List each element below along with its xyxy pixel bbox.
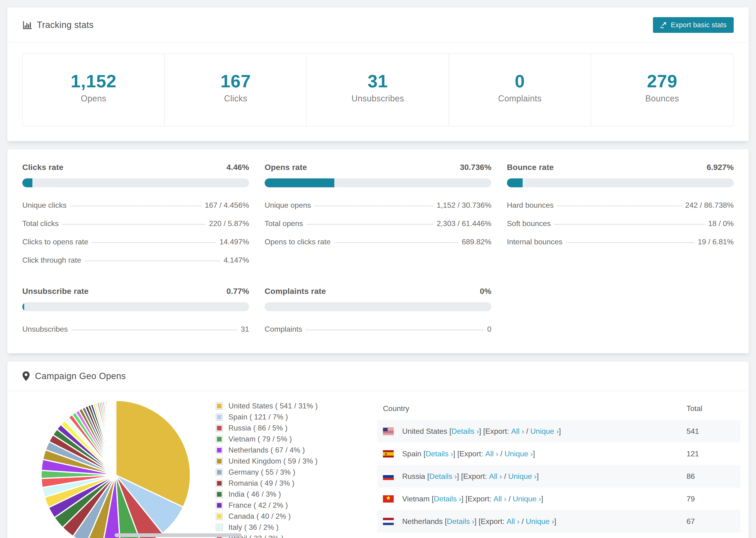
campaign-geo-opens-card: Campaign Geo Opens United States ( 541 /… — [7, 361, 749, 538]
clicks-rate-panel: Clicks rate 4.46% Unique clicks167 / 4.4… — [22, 163, 249, 268]
legend-label: United States ( 541 / 31% ) — [229, 402, 318, 410]
rate-row-value: 167 / 4.456% — [205, 201, 249, 210]
legend-item: India ( 46 / 3% ) — [216, 490, 368, 499]
all-link[interactable]: All › — [494, 495, 507, 503]
complaints-rate-title: Complaints rate — [265, 287, 326, 296]
rate-row: Total opens2,303 / 61.446% — [265, 216, 491, 231]
details-link[interactable]: Details › — [429, 472, 457, 481]
rate-row-label: Soft bounces — [507, 219, 551, 228]
flag-ru — [383, 473, 394, 480]
rate-row: Unsubscribes31 — [22, 322, 249, 337]
rate-row-label: Unique clicks — [22, 201, 67, 210]
flag-us — [383, 428, 394, 435]
page: { "colors": { "accent_teal": "#16869E", … — [0, 0, 756, 538]
unsubscribe-rate-bar-fill — [22, 302, 24, 311]
clicks-rate-title: Clicks rate — [22, 163, 63, 172]
country-name: Russia — [402, 472, 427, 481]
rate-row: Opens to clicks rate689.82% — [265, 234, 491, 249]
unique-link[interactable]: Unique › — [508, 472, 537, 481]
rate-row-label: Internal bounces — [507, 238, 563, 246]
legend-label: Germany ( 55 / 3% ) — [229, 468, 296, 476]
rate-row: Soft bounces18 / 0% — [507, 216, 734, 231]
rate-row-label: Opens to clicks rate — [265, 238, 331, 246]
rate-row-value: 220 / 5.87% — [209, 219, 249, 228]
geo-pie-chart — [37, 397, 194, 538]
dotted-leader — [334, 242, 458, 243]
details-link[interactable]: Details › — [434, 495, 461, 503]
geo-table-row: Netherlands [Details ›] [Export: All › /… — [377, 510, 740, 533]
flag-vn — [383, 495, 394, 503]
unique-link[interactable]: Unique › — [530, 427, 559, 436]
country-name: United States — [402, 427, 449, 436]
rate-row-value: 242 / 86.738% — [685, 201, 734, 210]
legend-swatch — [216, 414, 222, 420]
dotted-leader — [306, 330, 483, 330]
rate-row: Clicks to opens rate14.497% — [22, 234, 249, 249]
legend-label: Italy ( 36 / 2% ) — [229, 523, 279, 532]
legend-label: Vietnam ( 79 / 5% ) — [229, 435, 292, 443]
rate-row: Click through rate4.147% — [22, 252, 249, 268]
legend-swatch — [216, 524, 222, 530]
rate-row: Internal bounces19 / 6.81% — [507, 234, 734, 249]
legend-item: France ( 42 / 2% ) — [216, 501, 368, 510]
rate-row-label: Unique opens — [265, 201, 311, 210]
details-link[interactable]: Details › — [447, 517, 474, 526]
complaints-rate-panel: Complaints rate 0% Complaints0 — [265, 287, 491, 337]
dotted-leader — [85, 260, 220, 261]
horizontal-scrollbar-thumb[interactable] — [115, 533, 242, 537]
geo-table-row: United States [Details ›] [Export: All ›… — [377, 420, 740, 443]
rate-row: Unique opens1,152 / 30.736% — [265, 198, 491, 213]
details-link[interactable]: Details › — [426, 450, 453, 458]
geo-table-body: United States [Details ›] [Export: All ›… — [377, 420, 740, 538]
stat-unsubscribes: 31 Unsubscribes — [307, 54, 449, 126]
geo-content: United States ( 541 / 31% )Spain ( 121 /… — [7, 391, 749, 538]
total-cell: 79 — [686, 495, 740, 503]
rate-row-value: 18 / 0% — [708, 219, 734, 228]
rates-card: Clicks rate 4.46% Unique clicks167 / 4.4… — [7, 149, 749, 353]
opens-rate-bar-fill — [265, 178, 334, 187]
dotted-leader — [307, 224, 433, 225]
all-link[interactable]: All › — [507, 517, 519, 526]
column-header-total: Total — [686, 404, 740, 413]
legend-label: India ( 46 / 3% ) — [229, 490, 281, 499]
all-link[interactable]: All › — [511, 427, 524, 436]
rates-grid-row1: Clicks rate 4.46% Unique clicks167 / 4.4… — [22, 163, 734, 268]
legend-swatch — [216, 513, 222, 519]
tracking-stats-card: Tracking stats Export basic stats 1,152 … — [7, 7, 749, 141]
rate-row-label: Hard bounces — [507, 201, 554, 210]
bounce-rate-title: Bounce rate — [507, 163, 554, 172]
stat-opens-label: Opens — [25, 94, 162, 103]
stat-complaints-label: Complaints — [452, 94, 588, 103]
unique-link[interactable]: Unique › — [505, 450, 533, 458]
stat-opens: 1,152 Opens — [23, 54, 165, 126]
geo-header: Campaign Geo Opens — [7, 361, 749, 391]
rate-row-value: 2,303 / 61.446% — [437, 219, 491, 228]
all-link[interactable]: All › — [489, 472, 502, 481]
tracking-stats-title: Tracking stats — [22, 20, 94, 30]
export-icon — [660, 22, 667, 28]
details-link[interactable]: Details › — [452, 427, 479, 436]
stat-complaints-value: 0 — [452, 71, 588, 91]
rate-row-label: Total clicks — [22, 219, 59, 228]
legend-item: Spain ( 121 / 7% ) — [216, 413, 368, 421]
rate-row-value: 31 — [241, 325, 249, 334]
unsubscribe-rate-bar-track — [22, 302, 249, 311]
bar-chart-icon — [22, 21, 32, 30]
unique-link[interactable]: Unique › — [526, 517, 554, 526]
rate-row-value: 19 / 6.81% — [698, 238, 734, 246]
rate-row-value: 14.497% — [220, 238, 249, 246]
unique-link[interactable]: Unique › — [513, 495, 541, 503]
rate-row-label: Clicks to opens rate — [22, 238, 88, 246]
rate-row: Hard bounces242 / 86.738% — [507, 198, 734, 213]
rate-row: Unique clicks167 / 4.456% — [22, 198, 249, 213]
all-link[interactable]: All › — [485, 450, 498, 458]
legend-swatch — [216, 425, 222, 431]
legend-label: Spain ( 121 / 7% ) — [229, 413, 288, 421]
stat-unsubscribes-label: Unsubscribes — [309, 94, 446, 103]
dotted-leader — [63, 224, 205, 225]
country-cell: Russia [Details ›] [Export: All › / Uniq… — [383, 472, 686, 481]
export-basic-stats-button[interactable]: Export basic stats — [653, 17, 734, 33]
country-cell: Netherlands [Details ›] [Export: All › /… — [383, 517, 686, 526]
geo-table-header: Country Total — [377, 398, 740, 420]
stat-bounces: 279 Bounces — [591, 54, 733, 126]
